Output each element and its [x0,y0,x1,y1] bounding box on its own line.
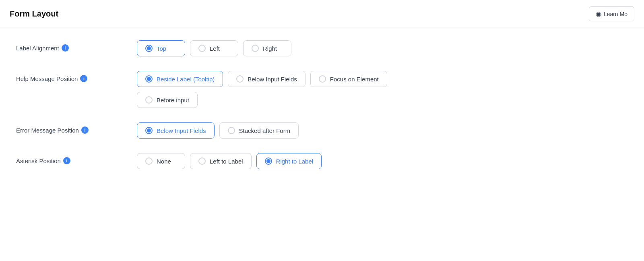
radio-label-none: None [157,158,171,165]
radio-option-beside-label[interactable]: Beside Label (Tooltip) [137,71,223,87]
radio-label-right: Right [263,45,277,52]
radio-option-focus-on-element[interactable]: Focus on Element [310,71,387,87]
page-header: Form Layout ◉ Learn Mo [0,0,644,27]
page-title: Form Layout [10,9,58,19]
radio-option-below-input-help[interactable]: Below Input Fields [228,71,305,87]
radio-option-top[interactable]: Top [137,40,185,56]
radio-label-top: Top [157,45,166,52]
radio-circle-none [145,157,153,165]
radio-circle-stacked-after-form [228,127,235,134]
radio-circle-left-to-label [198,157,206,165]
error-message-position-row: Error Message Position i Below Input Fie… [16,122,628,139]
radio-circle-below-input-help [236,75,244,83]
help-message-label: Help Message Position i [16,71,137,82]
radio-option-before-input[interactable]: Before input [137,92,198,108]
radio-circle-beside-label [145,75,153,83]
radio-option-stacked-after-form[interactable]: Stacked after Form [219,122,299,139]
asterisk-position-options: None Left to Label Right to Label [137,153,628,169]
radio-circle-left [198,45,206,52]
radio-label-below-input-error: Below Input Fields [157,127,206,134]
radio-label-stacked-after-form: Stacked after Form [239,127,291,134]
radio-circle-right-to-label [265,157,272,165]
learn-more-button[interactable]: ◉ Learn Mo [589,6,634,21]
label-alignment-options: Top Left Right [137,40,628,56]
radio-label-right-to-label: Right to Label [276,158,314,165]
radio-label-left: Left [210,45,220,52]
radio-option-left-to-label[interactable]: Left to Label [190,153,252,169]
error-message-label: Error Message Position i [16,122,137,134]
help-message-info-icon[interactable]: i [80,75,87,82]
radio-circle-focus-on-element [319,75,326,83]
radio-circle-before-input [145,96,153,104]
radio-option-left[interactable]: Left [190,40,238,56]
label-alignment-label: Label Alignment i [16,40,137,52]
learn-more-icon: ◉ [596,10,601,18]
radio-label-beside-label: Beside Label (Tooltip) [157,76,215,83]
radio-label-left-to-label: Left to Label [210,158,243,165]
label-alignment-row: Label Alignment i Top Left Right [16,40,628,56]
radio-circle-below-input-error [145,127,153,134]
asterisk-position-info-icon[interactable]: i [63,157,70,164]
radio-label-focus-on-element: Focus on Element [330,76,379,83]
learn-more-label: Learn Mo [604,11,627,17]
radio-circle-top [145,45,153,52]
label-alignment-info-icon[interactable]: i [62,44,69,52]
help-message-options: Beside Label (Tooltip) Below Input Field… [137,71,628,108]
radio-option-none[interactable]: None [137,153,185,169]
main-content: Label Alignment i Top Left Right Help Me… [0,27,644,197]
asterisk-position-row: Asterisk Position i None Left to Label R… [16,153,628,169]
asterisk-position-label: Asterisk Position i [16,153,137,164]
radio-option-below-input-error[interactable]: Below Input Fields [137,122,215,139]
error-message-info-icon[interactable]: i [81,126,89,134]
error-message-options: Below Input Fields Stacked after Form [137,122,628,139]
radio-label-below-input-help: Below Input Fields [248,76,297,83]
help-message-position-row: Help Message Position i Beside Label (To… [16,71,628,108]
radio-circle-right [252,45,259,52]
radio-option-right-to-label[interactable]: Right to Label [256,153,322,169]
radio-label-before-input: Before input [157,97,189,104]
radio-option-right[interactable]: Right [243,40,291,56]
